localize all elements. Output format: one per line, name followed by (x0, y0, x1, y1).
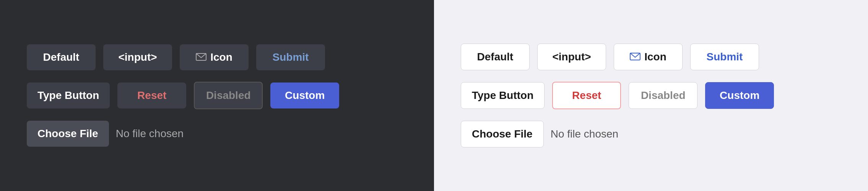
dark-choose-file-button[interactable]: Choose File (27, 121, 109, 147)
dark-icon-button[interactable]: Icon (180, 44, 249, 70)
light-file-row: Choose File No file chosen (461, 121, 841, 147)
dark-default-button[interactable]: Default (27, 44, 96, 70)
dark-submit-button[interactable]: Submit (256, 44, 325, 70)
light-default-button[interactable]: Default (461, 44, 530, 70)
dark-row-1: Default <input> Icon Submit (27, 44, 407, 70)
light-reset-button[interactable]: Reset (552, 82, 621, 109)
dark-file-row: Choose File No file chosen (27, 121, 407, 147)
dark-custom-button[interactable]: Custom (270, 83, 339, 108)
light-custom-button[interactable]: Custom (705, 82, 774, 109)
light-icon-button[interactable]: Icon (614, 44, 683, 70)
dark-no-file-text: No file chosen (116, 128, 184, 140)
light-disabled-button: Disabled (629, 82, 697, 109)
light-choose-file-button[interactable]: Choose File (461, 121, 544, 147)
light-input-button[interactable]: <input> (537, 44, 606, 70)
dark-theme-panel: Default <input> Icon Submit Type Button … (0, 0, 434, 191)
dark-row-2: Type Button Reset Disabled Custom (27, 82, 407, 109)
dark-input-button[interactable]: <input> (103, 44, 172, 70)
envelope-icon (196, 51, 206, 63)
light-row-2: Type Button Reset Disabled Custom (461, 82, 841, 109)
dark-disabled-button: Disabled (194, 82, 263, 109)
light-no-file-text: No file chosen (551, 128, 618, 140)
light-submit-button[interactable]: Submit (690, 44, 759, 70)
dark-reset-button[interactable]: Reset (117, 83, 186, 108)
light-icon-label: Icon (644, 51, 666, 63)
light-theme-panel: Default <input> Icon Submit Type Button … (434, 0, 868, 191)
envelope-icon-light (630, 51, 640, 63)
dark-type-button[interactable]: Type Button (27, 83, 110, 108)
dark-icon-label: Icon (210, 51, 232, 63)
light-row-1: Default <input> Icon Submit (461, 44, 841, 70)
light-type-button[interactable]: Type Button (461, 82, 545, 109)
